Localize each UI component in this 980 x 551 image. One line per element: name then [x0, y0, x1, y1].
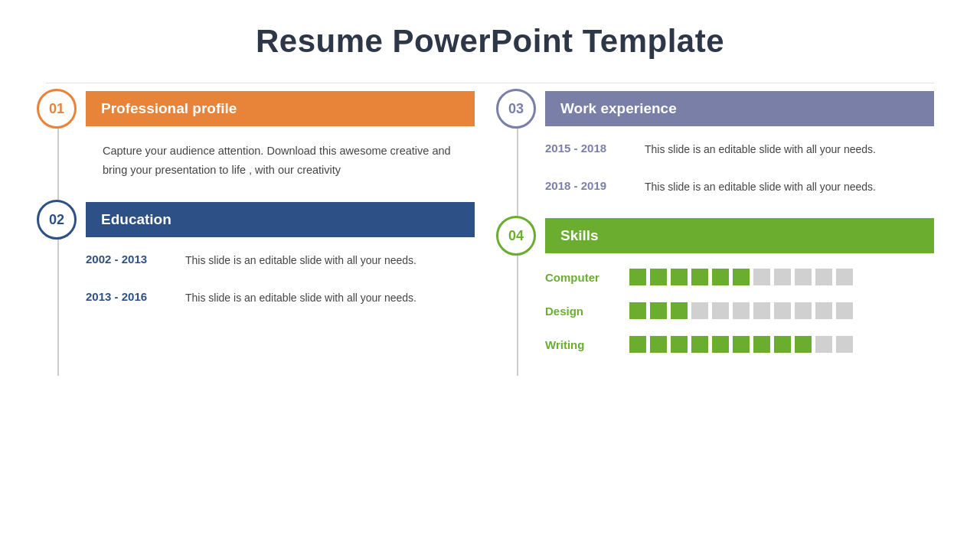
dot [836, 269, 853, 285]
section-4: 04 Skills Computer [528, 218, 934, 353]
dot [650, 269, 667, 285]
dot [629, 269, 646, 285]
section-4-header: 04 Skills [528, 218, 934, 253]
skill-design-dots [629, 302, 853, 319]
section-1-content: Capture your audience attention. Downloa… [69, 142, 475, 179]
dot [712, 269, 729, 285]
section-3-title: Work experience [545, 91, 934, 126]
section-3-content: 2015 - 2018 This slide is an editable sl… [528, 142, 934, 195]
work-year-1: 2015 - 2018 [545, 142, 629, 155]
section-1-number: 01 [37, 89, 77, 129]
dot [815, 302, 832, 319]
skill-computer-label: Computer [545, 271, 614, 284]
dot [774, 269, 791, 285]
dot [795, 336, 812, 353]
dot [733, 269, 750, 285]
section-3-header: 03 Work experience [528, 91, 934, 126]
skill-design-label: Design [545, 305, 614, 318]
work-desc-2: This slide is an editable slide with all… [645, 179, 876, 195]
dot [795, 302, 812, 319]
section-2: 02 Education 2002 - 2013 This slide is a… [69, 202, 475, 306]
dot [671, 336, 688, 353]
section-1-title: Professional profile [86, 91, 475, 126]
education-desc-2: This slide is an editable slide with all… [185, 290, 416, 306]
section-2-header: 02 Education [69, 202, 475, 237]
work-year-2: 2018 - 2019 [545, 179, 629, 192]
work-desc-1: This slide is an editable slide with all… [645, 142, 876, 158]
dot [629, 302, 646, 319]
dot [836, 336, 853, 353]
right-column: 03 Work experience 2015 - 2018 This slid… [505, 91, 934, 376]
dot [650, 336, 667, 353]
skill-design: Design [545, 302, 934, 319]
skill-writing-dots [629, 336, 853, 353]
section-1: 01 Professional profile Capture your aud… [69, 91, 475, 179]
dot [671, 302, 688, 319]
dot [795, 269, 812, 285]
dot [753, 336, 770, 353]
work-entry-1: 2015 - 2018 This slide is an editable sl… [545, 142, 934, 158]
slide-title: Resume PowerPoint Template [46, 23, 934, 60]
divider [46, 83, 934, 83]
dot [629, 336, 646, 353]
dot [815, 269, 832, 285]
education-entry-2: 2013 - 2016 This slide is an editable sl… [86, 290, 475, 306]
skill-computer: Computer [545, 269, 934, 285]
dot [691, 336, 708, 353]
education-entry-1: 2002 - 2013 This slide is an editable sl… [86, 253, 475, 269]
dot [691, 302, 708, 319]
dot [712, 302, 729, 319]
work-entry-2: 2018 - 2019 This slide is an editable sl… [545, 179, 934, 195]
dot [733, 302, 750, 319]
skill-writing-label: Writing [545, 338, 614, 351]
profile-text: Capture your audience attention. Downloa… [86, 142, 475, 179]
section-4-title: Skills [545, 218, 934, 253]
dot [815, 336, 832, 353]
section-4-content: Computer [528, 269, 934, 353]
dot [733, 336, 750, 353]
section-2-title: Education [86, 202, 475, 237]
education-year-2: 2013 - 2016 [86, 290, 170, 303]
dot [753, 269, 770, 285]
section-2-content: 2002 - 2013 This slide is an editable sl… [69, 253, 475, 306]
dot [774, 336, 791, 353]
section-3-number: 03 [496, 89, 536, 129]
dot [650, 302, 667, 319]
dot [774, 302, 791, 319]
education-desc-1: This slide is an editable slide with all… [185, 253, 416, 269]
section-1-header: 01 Professional profile [69, 91, 475, 126]
education-year-1: 2002 - 2013 [86, 253, 170, 266]
dot [691, 269, 708, 285]
dot [753, 302, 770, 319]
section-4-number: 04 [496, 216, 536, 256]
section-3: 03 Work experience 2015 - 2018 This slid… [528, 91, 934, 195]
skill-writing: Writing [545, 336, 934, 353]
skill-computer-dots [629, 269, 853, 285]
section-2-number: 02 [37, 200, 77, 240]
dot [671, 269, 688, 285]
dot [712, 336, 729, 353]
slide: Resume PowerPoint Template 01 Profession… [0, 0, 980, 551]
dot [836, 302, 853, 319]
left-column: 01 Professional profile Capture your aud… [46, 91, 475, 376]
content-grid: 01 Professional profile Capture your aud… [46, 91, 934, 376]
